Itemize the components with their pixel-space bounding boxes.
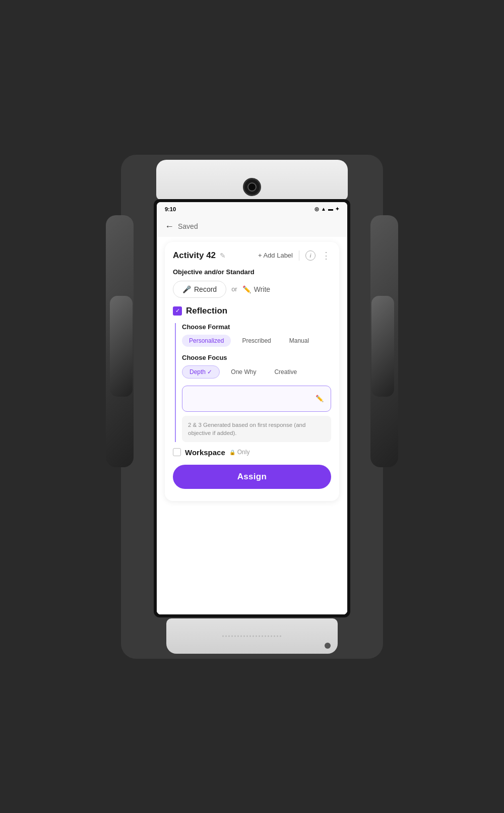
write-label: Write — [254, 285, 270, 293]
settings-icon: ✦ — [335, 206, 339, 212]
record-write-row: 🎤 Record or ✏️ Write — [173, 281, 331, 298]
focus-label: Choose Focus — [182, 354, 331, 361]
format-label: Choose Format — [182, 323, 331, 331]
generated-hint: 2 & 3 Generated based on first response … — [182, 416, 331, 442]
activity-header: Activity 42 ✎ + Add Label i ⋮ — [173, 250, 331, 261]
record-label: Record — [194, 285, 217, 293]
main-content: Activity 42 ✎ + Add Label i ⋮ Objec — [157, 237, 347, 614]
focus-options: Depth ✓ One Why Creative — [182, 365, 331, 379]
reflection-header: ✓ Reflection — [173, 306, 331, 316]
workspace-label: Workspace — [185, 448, 225, 457]
format-options: Personalized Prescribed Manual — [182, 335, 331, 347]
format-chip-personalized[interactable]: Personalized — [182, 335, 231, 347]
workspace-checkbox[interactable] — [173, 448, 181, 456]
wifi-icon: ◎ — [314, 206, 319, 212]
add-label-button[interactable]: + Add Label — [258, 252, 293, 259]
workspace-sub: 🔒 Only — [229, 449, 250, 456]
speaker-grille — [222, 635, 282, 637]
status-icons: ◎ ▲ ▬ ✦ — [314, 206, 339, 212]
divider — [299, 251, 299, 261]
workspace-only-label: Only — [237, 449, 250, 456]
info-button[interactable]: i — [305, 251, 316, 261]
tablet-bezel: 9:10 ◎ ▲ ▬ ✦ ← Saved — [154, 199, 350, 617]
activity-title: Activity 42 — [173, 251, 216, 261]
tablet-screen: 9:10 ◎ ▲ ▬ ✦ ← Saved — [157, 202, 347, 614]
nav-bar: ← Saved — [157, 216, 347, 237]
edit-title-icon[interactable]: ✎ — [220, 252, 226, 260]
more-options-button[interactable]: ⋮ — [322, 250, 331, 261]
battery-icon: ▬ — [328, 206, 333, 212]
format-chip-manual[interactable]: Manual — [282, 335, 316, 347]
speaker-camera — [325, 643, 331, 649]
reflection-title: Reflection — [186, 306, 227, 316]
lock-icon: 🔒 — [229, 450, 235, 455]
objective-section-label: Objective and/or Standard — [173, 268, 331, 276]
write-icon: ✏️ — [242, 285, 251, 293]
activity-actions: + Add Label i ⋮ — [258, 250, 331, 261]
back-button[interactable]: ← — [165, 221, 174, 232]
record-button[interactable]: 🎤 Record — [173, 281, 226, 298]
side-grip-left — [110, 296, 133, 397]
saved-indicator: Saved — [178, 222, 198, 230]
bottom-speaker — [166, 618, 338, 654]
mic-icon: 🎤 — [182, 285, 191, 293]
focus-chip-creative[interactable]: Creative — [267, 366, 304, 378]
status-time: 9:10 — [165, 206, 176, 212]
reflection-input[interactable]: ✏️ — [182, 386, 331, 412]
focus-chip-depth[interactable]: Depth ✓ — [182, 365, 220, 379]
status-bar: 9:10 ◎ ▲ ▬ ✦ — [157, 202, 347, 216]
focus-chip-onewhy[interactable]: One Why — [224, 366, 263, 378]
activity-title-row: Activity 42 ✎ — [173, 251, 226, 261]
app-content: ← Saved Activity 42 ✎ + Add — [157, 216, 347, 614]
write-button[interactable]: ✏️ Write — [242, 285, 270, 293]
pencil-icon: ✏️ — [316, 395, 324, 402]
side-grip-right — [371, 296, 394, 397]
robot-device: 9:10 ◎ ▲ ▬ ✦ ← Saved — [121, 155, 383, 659]
workspace-row: Workspace 🔒 Only — [173, 448, 331, 457]
signal-icon: ▲ — [321, 206, 326, 212]
device-head — [156, 160, 348, 200]
activity-card: Activity 42 ✎ + Add Label i ⋮ Objec — [165, 242, 339, 501]
reflection-section: Choose Format Personalized Prescribed Ma… — [175, 323, 331, 442]
camera — [243, 178, 261, 196]
or-label: or — [231, 285, 237, 293]
reflection-checkbox[interactable]: ✓ — [173, 306, 182, 316]
format-chip-prescribed[interactable]: Prescribed — [235, 335, 278, 347]
assign-button[interactable]: Assign — [173, 465, 331, 489]
